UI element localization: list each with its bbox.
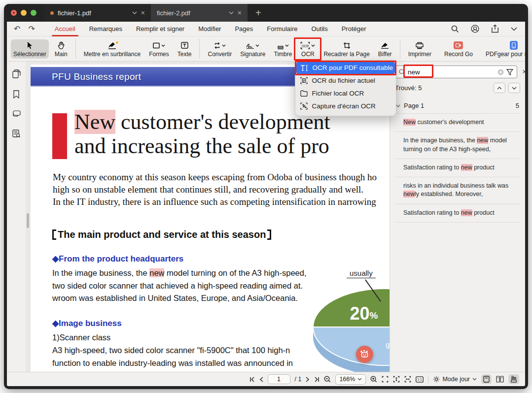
single-page-view-icon[interactable] bbox=[481, 374, 492, 384]
toolbar-mobile-button[interactable]: PDFgear pour mobile bbox=[483, 39, 525, 59]
tab-fichier-2[interactable]: fichier-2.pdf × bbox=[151, 4, 248, 22]
menu-item-ocr-screen-capture[interactable]: Capture d'écran OCR bbox=[296, 100, 395, 113]
chevron-down-icon bbox=[311, 44, 315, 47]
minimize-window-button[interactable] bbox=[21, 10, 27, 16]
thumbnails-icon[interactable] bbox=[12, 69, 21, 78]
results-group-header[interactable]: Page 1 5 bbox=[395, 102, 520, 114]
headline-highlight: New bbox=[74, 110, 115, 134]
toolbar-separator bbox=[199, 39, 200, 59]
menu-item-ocr-searchable-pdf[interactable]: OCR pour PDF consultable bbox=[296, 62, 395, 74]
text-icon bbox=[181, 41, 188, 50]
printer-icon bbox=[416, 41, 424, 50]
menu-formulaire[interactable]: Formulaire bbox=[266, 22, 298, 35]
search-result-item[interactable]: New customer's development bbox=[395, 114, 520, 132]
crop-icon bbox=[343, 41, 351, 50]
pie-chart: 20% go 2 bbox=[311, 279, 390, 372]
toolbar-text-button[interactable]: Texte bbox=[175, 39, 194, 59]
toolbar-shapes-button[interactable]: Formes bbox=[146, 39, 172, 59]
toolbar-convert-button[interactable]: Convertir bbox=[205, 39, 234, 59]
close-panel-icon[interactable]: × bbox=[521, 67, 525, 77]
chevron-down-icon bbox=[161, 44, 165, 47]
zoom-in-icon[interactable] bbox=[370, 376, 377, 383]
match-highlight: New bbox=[403, 119, 416, 126]
search-result-item[interactable]: Satisfaction rating to new product bbox=[395, 159, 520, 177]
toolbar: Sélectionner Main Mettre en surbrillance… bbox=[7, 36, 525, 62]
menu-proteger[interactable]: Protéger bbox=[341, 22, 367, 35]
menu-outils[interactable]: Outils bbox=[310, 22, 328, 35]
collapse-chevron-icon bbox=[396, 104, 400, 107]
ai-assistant-button[interactable] bbox=[356, 346, 373, 363]
document-search-icon[interactable] bbox=[12, 130, 21, 138]
search-result-item[interactable]: Satisfaction rating to new product bbox=[395, 204, 520, 223]
search-icon[interactable] bbox=[451, 25, 459, 33]
svg-text:1:1: 1:1 bbox=[418, 378, 422, 381]
fit-height-icon[interactable] bbox=[393, 376, 400, 383]
support-icon[interactable] bbox=[471, 25, 479, 33]
search-result-item[interactable]: risks in an individual business talk was… bbox=[395, 177, 520, 204]
first-page-icon[interactable] bbox=[249, 377, 255, 382]
search-result-item[interactable]: In the image business, the new model tur… bbox=[395, 132, 520, 159]
share-icon[interactable] bbox=[491, 25, 499, 33]
toolbar-redact-button[interactable]: Biffer bbox=[376, 39, 394, 59]
traffic-lights bbox=[4, 4, 44, 22]
unsaved-dot-icon bbox=[50, 11, 54, 15]
vertical-scrollbar-thumb[interactable] bbox=[27, 213, 29, 228]
zoom-window-button[interactable] bbox=[31, 10, 36, 16]
last-page-icon[interactable] bbox=[314, 377, 319, 382]
previous-page-icon[interactable] bbox=[259, 377, 263, 382]
display-mode-select[interactable]: Mode jour bbox=[433, 376, 477, 383]
toolbar-crop-button[interactable]: Recadrer la Page bbox=[321, 39, 372, 59]
toolbar-record-go-button[interactable]: Record Go bbox=[442, 39, 475, 59]
close-window-button[interactable] bbox=[11, 10, 17, 16]
search-box bbox=[395, 66, 517, 78]
cjk-bracket-right bbox=[267, 229, 271, 240]
undo-icon[interactable]: ↶ bbox=[14, 24, 20, 33]
menu-item-ocr-current-file[interactable]: OCR du fichier actuel bbox=[296, 74, 395, 87]
chevron-down-icon[interactable] bbox=[511, 27, 517, 31]
menu-remarques[interactable]: Remarques bbox=[88, 22, 123, 35]
toolbar-ocr-button[interactable]: OCR OCR OCR pour PDF consultable OCR du … bbox=[298, 39, 318, 59]
pdf-section-1-title: ◆From the product headquarters bbox=[52, 254, 390, 264]
toolbar-signature-button[interactable]: Signature bbox=[238, 39, 268, 59]
next-page-icon[interactable] bbox=[306, 377, 310, 382]
toolbar-stamp-button[interactable]: Timbre bbox=[272, 39, 295, 59]
text-cursor-icon bbox=[300, 65, 308, 71]
menu-pages[interactable]: Pages bbox=[234, 22, 254, 35]
zoom-level-select[interactable]: 166% bbox=[335, 374, 366, 385]
zoom-out-icon[interactable] bbox=[324, 376, 331, 383]
new-tab-button[interactable]: + bbox=[248, 4, 269, 22]
continuous-scroll-view-icon[interactable] bbox=[508, 374, 519, 384]
tab-fichier-1[interactable]: fichier-1.pdf × bbox=[44, 4, 151, 22]
tab-label: fichier-2.pdf bbox=[157, 9, 225, 17]
found-count-label: Trouvé: 5 bbox=[395, 84, 422, 92]
menu-accueil[interactable]: Accueil bbox=[54, 22, 76, 35]
toolbar-highlight-button[interactable]: Mettre en surbrillance bbox=[81, 39, 143, 59]
clear-search-icon[interactable] bbox=[497, 69, 504, 75]
previous-result-button[interactable] bbox=[494, 83, 505, 93]
fit-width-icon[interactable] bbox=[404, 376, 411, 383]
comments-icon[interactable] bbox=[12, 110, 21, 118]
menu-modifier[interactable]: Modifier bbox=[197, 22, 222, 35]
robot-icon bbox=[360, 350, 369, 359]
toolbar-select-button[interactable]: Sélectionner bbox=[11, 39, 49, 59]
close-tab-icon[interactable]: × bbox=[141, 9, 145, 16]
close-tab-icon[interactable]: × bbox=[238, 9, 242, 16]
chevron-down-icon[interactable] bbox=[132, 11, 137, 14]
toolbar-print-button[interactable]: Imprimer bbox=[406, 39, 434, 59]
fit-page-icon[interactable] bbox=[382, 376, 389, 383]
bookmark-icon[interactable] bbox=[13, 90, 20, 98]
toolbar-hand-button[interactable]: Main bbox=[52, 39, 70, 59]
filter-icon[interactable] bbox=[506, 69, 513, 75]
next-result-button[interactable] bbox=[508, 83, 520, 93]
redo-icon[interactable]: ↷ bbox=[28, 24, 35, 33]
actual-size-icon[interactable]: 1:1 bbox=[416, 376, 424, 383]
search-input[interactable] bbox=[408, 68, 495, 76]
content-row: PFU Business report New customer's devel… bbox=[7, 62, 525, 372]
two-page-view-icon[interactable] bbox=[494, 374, 506, 384]
redact-marker-icon bbox=[381, 41, 389, 50]
menu-remplir-et-signer[interactable]: Remplir et signer bbox=[135, 22, 185, 35]
page-number-input[interactable] bbox=[268, 374, 290, 384]
menu-item-ocr-local-file[interactable]: Fichier local OCR bbox=[296, 87, 395, 100]
chevron-down-icon[interactable] bbox=[229, 11, 234, 14]
group-label: Page 1 bbox=[404, 102, 424, 109]
